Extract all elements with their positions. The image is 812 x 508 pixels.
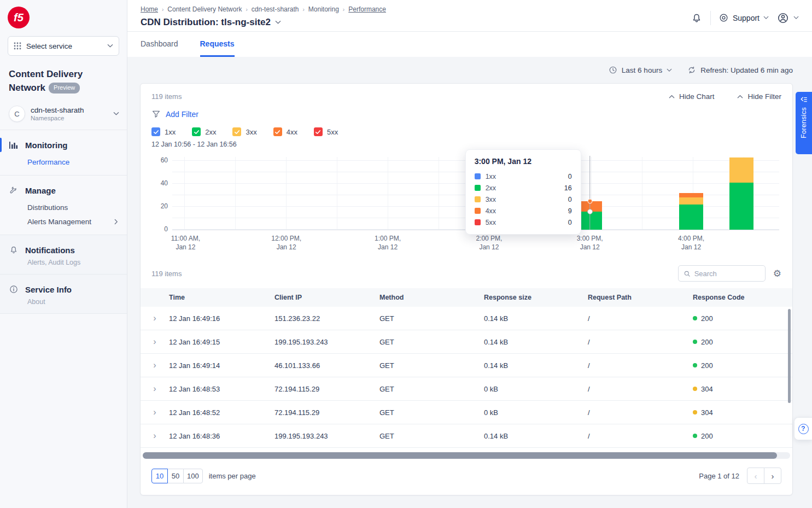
- refresh-button[interactable]: Refresh: Updated 6 min ago: [687, 66, 793, 74]
- legend-swatch: [475, 185, 481, 191]
- help-button[interactable]: ?: [794, 417, 812, 440]
- tab-dashboard[interactable]: Dashboard: [141, 39, 178, 57]
- status-checkbox-1xx[interactable]: 1xx: [151, 127, 176, 136]
- bar-segment-2xx: [729, 183, 753, 230]
- checkbox-checked-icon: [273, 127, 282, 136]
- breadcrumb-separator: ›: [343, 7, 344, 13]
- table-row[interactable]: ›12 Jan 16:48:36199.195.193.243GET0.14 k…: [141, 424, 792, 448]
- breadcrumb-item[interactable]: Monitoring: [308, 5, 339, 13]
- breadcrumb-item[interactable]: Performance: [348, 5, 386, 13]
- sidebar-item-notifications[interactable]: Notifications: [0, 242, 127, 258]
- cell-response-code: 304: [693, 408, 792, 417]
- items-per-page-selector: 1050100: [151, 469, 203, 483]
- row-expander-chevron[interactable]: ›: [141, 431, 169, 441]
- column-header[interactable]: Response size: [484, 294, 588, 301]
- sidebar-item-service-info[interactable]: Service Info: [0, 281, 127, 297]
- column-header[interactable]: Response Code: [693, 294, 792, 301]
- prev-page-button[interactable]: ‹: [747, 468, 764, 484]
- namespace-label: Namespace: [31, 115, 108, 121]
- row-expander-chevron[interactable]: ›: [141, 407, 169, 417]
- cell-request-path: /: [588, 338, 693, 346]
- page-size-10[interactable]: 10: [151, 469, 168, 483]
- hide-chart-button[interactable]: Hide Chart: [669, 92, 715, 101]
- status-filter-checkboxes: 1xx2xx3xx4xx5xx: [151, 127, 781, 136]
- divider: [710, 11, 711, 25]
- select-service-label: Select service: [26, 42, 102, 50]
- table-row[interactable]: ›12 Jan 16:48:5372.194.115.29GET0 kB/304: [141, 377, 792, 401]
- preview-badge: Preview: [49, 83, 80, 94]
- checkbox-label: 5xx: [327, 128, 338, 136]
- cell-response-size: 0 kB: [484, 385, 588, 393]
- namespace-selector[interactable]: C cdn-test-sharath Namespace: [0, 100, 127, 130]
- table-row[interactable]: ›12 Jan 16:49:16151.236.23.22GET0.14 kB/…: [141, 307, 792, 330]
- support-menu[interactable]: Support: [718, 13, 769, 23]
- column-header[interactable]: Client IP: [274, 294, 379, 301]
- checkbox-checked-icon: [232, 127, 241, 136]
- sidebar-item-monitoring[interactable]: Monitoring: [0, 137, 127, 153]
- tooltip-series-value: 0: [568, 173, 572, 180]
- row-expander-chevron[interactable]: ›: [141, 384, 169, 394]
- page-title[interactable]: CDN Distribution: tls-ng-site2: [141, 17, 386, 28]
- horizontal-scrollbar-thumb[interactable]: [143, 452, 777, 459]
- sidebar-item-alerts-management[interactable]: Alerts Management: [0, 213, 127, 227]
- select-service-dropdown[interactable]: Select service: [8, 36, 119, 56]
- cell-time: 12 Jan 16:49:15: [169, 338, 274, 346]
- row-expander-chevron[interactable]: ›: [141, 337, 169, 347]
- status-checkbox-5xx[interactable]: 5xx: [314, 127, 338, 136]
- table-settings-gear-icon[interactable]: ⚙: [773, 268, 781, 279]
- forensics-tab[interactable]: Forensics: [796, 92, 812, 154]
- breadcrumb: Home›Content Delivery Network›cdn-test-s…: [141, 4, 386, 13]
- page-size-50[interactable]: 50: [167, 469, 184, 483]
- sidebar-item-label: Notifications: [25, 246, 75, 255]
- chevron-up-icon: [737, 95, 743, 99]
- f5-logo[interactable]: f5: [8, 7, 30, 28]
- cell-request-path: /: [588, 432, 693, 440]
- horizontal-scrollbar[interactable]: [143, 452, 790, 459]
- breadcrumb-item[interactable]: Content Delivery Network: [167, 5, 242, 13]
- next-page-button[interactable]: ›: [764, 468, 781, 484]
- info-icon: [9, 284, 19, 294]
- search-input[interactable]: [694, 270, 760, 278]
- status-checkbox-3xx[interactable]: 3xx: [232, 127, 256, 136]
- account-menu[interactable]: [776, 11, 799, 25]
- sidebar-item-distributions[interactable]: Distributions: [0, 198, 127, 213]
- status-checkbox-4xx[interactable]: 4xx: [273, 127, 297, 136]
- sidebar-item-label: Service Info: [25, 285, 72, 294]
- notifications-bell-icon[interactable]: [691, 12, 703, 24]
- breadcrumb-item[interactable]: cdn-test-sharath: [252, 5, 299, 13]
- breadcrumb-item[interactable]: Home: [141, 5, 158, 13]
- tooltip-series-value: 0: [568, 219, 572, 226]
- column-header[interactable]: Time: [169, 294, 274, 301]
- add-filter-button[interactable]: Add Filter: [151, 109, 781, 119]
- table-row[interactable]: ›12 Jan 16:48:5272.194.115.29GET0 kB/304: [141, 401, 792, 424]
- vertical-scrollbar[interactable]: [788, 309, 791, 403]
- cell-response-size: 0.14 kB: [484, 314, 588, 323]
- x-axis-tick: 2:00 PM,Jan 12: [476, 234, 502, 252]
- chart-bar[interactable]: [679, 193, 703, 230]
- table-row[interactable]: ›12 Jan 16:49:1446.101.133.66GET0.14 kB/…: [141, 354, 792, 377]
- checkbox-checked-icon: [192, 127, 201, 136]
- legend-swatch: [475, 196, 481, 202]
- chart-bar[interactable]: [729, 157, 753, 230]
- y-axis-tick: 60: [151, 156, 168, 164]
- product-title: Content Delivery NetworkPreview: [0, 63, 127, 100]
- time-range-dropdown[interactable]: Last 6 hours: [609, 66, 672, 74]
- nav-section-manage: Manage Distributions Alerts Management: [0, 176, 127, 235]
- row-expander-chevron[interactable]: ›: [141, 360, 169, 370]
- tab-requests[interactable]: Requests: [200, 39, 235, 57]
- status-checkbox-2xx[interactable]: 2xx: [192, 127, 216, 136]
- column-header[interactable]: Request Path: [588, 294, 693, 301]
- hide-filter-button[interactable]: Hide Filter: [737, 92, 781, 101]
- app-grid-icon: [14, 42, 21, 50]
- table-search[interactable]: [678, 265, 766, 282]
- x-axis-tick: 12:00 PM,Jan 12: [271, 234, 301, 252]
- sidebar-item-performance[interactable]: Performance: [0, 153, 127, 167]
- cell-request-path: /: [588, 314, 693, 323]
- column-header[interactable]: Method: [379, 294, 484, 301]
- sidebar-item-manage[interactable]: Manage: [0, 182, 127, 198]
- table-row[interactable]: ›12 Jan 16:49:15199.195.193.243GET0.14 k…: [141, 330, 792, 354]
- page-size-100[interactable]: 100: [183, 469, 203, 483]
- namespace-name: cdn-test-sharath: [31, 106, 108, 114]
- checkbox-label: 4xx: [287, 128, 297, 136]
- row-expander-chevron[interactable]: ›: [141, 313, 169, 323]
